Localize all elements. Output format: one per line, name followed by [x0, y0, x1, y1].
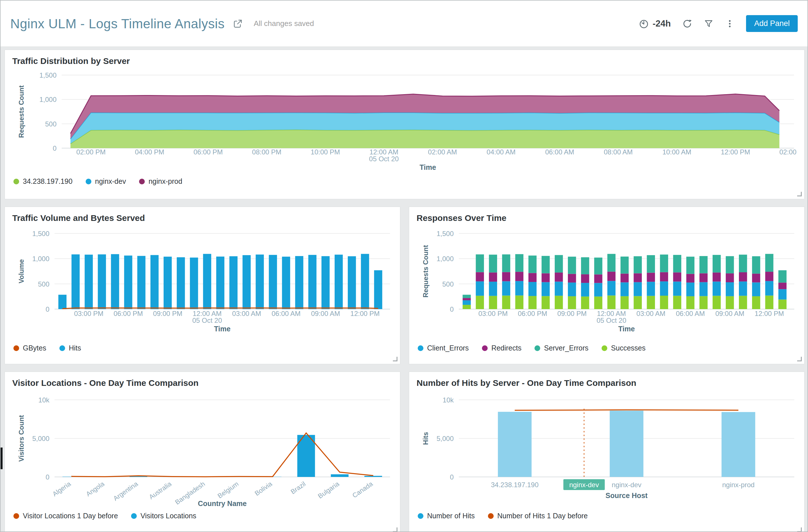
- svg-text:09:00 AM: 09:00 AM: [716, 310, 744, 317]
- legend-item[interactable]: Successes: [602, 344, 645, 352]
- svg-text:Source Host: Source Host: [606, 492, 648, 499]
- responses-over-time-chart[interactable]: 05001,0001,500Requests CountTime03:00 PM…: [416, 226, 798, 341]
- legend-label: Number of Hits: [427, 512, 475, 520]
- svg-text:12:00 AM: 12:00 AM: [597, 310, 626, 317]
- legend-dot: [482, 345, 488, 351]
- svg-text:5,000: 5,000: [32, 435, 49, 442]
- save-status: All changes saved: [254, 19, 314, 28]
- legend-label: nginx-dev: [95, 177, 126, 186]
- svg-text:03:00 AM: 03:00 AM: [232, 310, 261, 317]
- resize-handle[interactable]: [393, 528, 398, 532]
- legend-item[interactable]: nginx-dev: [86, 177, 126, 186]
- legend-item[interactable]: GBytes: [14, 344, 46, 352]
- svg-text:0: 0: [46, 305, 49, 313]
- svg-text:Time: Time: [420, 163, 436, 171]
- legend-label: Successes: [611, 344, 645, 352]
- share-icon[interactable]: [233, 19, 243, 29]
- refresh-icon[interactable]: [682, 19, 692, 29]
- svg-text:1,000: 1,000: [39, 96, 57, 103]
- dashboard-title: Nginx ULM - Logs Timeline Analysis: [10, 16, 225, 32]
- legend-dot: [59, 345, 65, 351]
- svg-text:03:00 PM: 03:00 PM: [478, 310, 508, 317]
- chart-legend: Number of HitsNumber of Hits 1 Day befor…: [418, 512, 797, 520]
- svg-text:03:00 PM: 03:00 PM: [74, 310, 103, 317]
- svg-text:Time: Time: [214, 325, 231, 333]
- legend-dot: [602, 345, 607, 351]
- svg-text:nginx-dev: nginx-dev: [611, 481, 641, 489]
- svg-text:Time: Time: [619, 325, 635, 333]
- svg-text:Country Name: Country Name: [198, 499, 247, 508]
- panel-traffic-volume: Traffic Volume and Bytes Served 05001,00…: [4, 207, 400, 364]
- legend-item[interactable]: Number of Hits 1 Day before: [488, 512, 588, 520]
- svg-text:Belgium: Belgium: [216, 480, 240, 500]
- svg-text:1,500: 1,500: [437, 230, 454, 238]
- svg-text:10:00 PM: 10:00 PM: [311, 148, 340, 156]
- legend-item[interactable]: Visitor Locations 1 Day before: [14, 512, 118, 520]
- legend-label: Hits: [69, 344, 81, 352]
- svg-text:12:00 PM: 12:00 PM: [721, 148, 750, 156]
- clock-icon: [638, 18, 649, 29]
- panel-title: Traffic Distribution by Server: [12, 56, 797, 66]
- chart-legend: 34.238.197.190nginx-devnginx-prod: [14, 177, 797, 186]
- legend-item[interactable]: Hits: [59, 344, 81, 352]
- legend-label: Visitors Locations: [141, 512, 196, 520]
- svg-text:06:00 PM: 06:00 PM: [518, 310, 547, 317]
- svg-text:06:00 AM: 06:00 AM: [272, 310, 300, 317]
- svg-text:06:00 AM: 06:00 AM: [676, 310, 705, 317]
- legend-dot: [418, 345, 423, 351]
- legend-item[interactable]: Visitors Locations: [131, 512, 196, 520]
- svg-text:06:00 PM: 06:00 PM: [114, 310, 143, 317]
- svg-text:nginx-prod: nginx-prod: [722, 481, 754, 489]
- legend-dot: [139, 179, 145, 184]
- legend-dot: [131, 513, 137, 519]
- svg-text:12:00 AM: 12:00 AM: [193, 310, 222, 317]
- legend-item[interactable]: Server_Errors: [534, 344, 588, 352]
- resize-handle[interactable]: [797, 528, 802, 532]
- svg-text:10k: 10k: [443, 396, 454, 404]
- legend-dot: [488, 513, 494, 519]
- svg-text:0: 0: [450, 305, 454, 313]
- svg-text:0: 0: [53, 145, 57, 152]
- panel-hits-by-server: Number of Hits by Server - One Day Time …: [409, 372, 805, 532]
- svg-text:09:00 PM: 09:00 PM: [153, 310, 182, 317]
- svg-text:05 Oct 20: 05 Oct 20: [596, 317, 626, 324]
- svg-text:0: 0: [46, 473, 49, 481]
- hits-by-server-chart[interactable]: 05,00010kHitsSource Hostnginx-dev34.238.…: [416, 391, 798, 509]
- chart-legend: GBytesHits: [14, 344, 393, 352]
- chart-legend: Client_ErrorsRedirectsServer_ErrorsSucce…: [418, 344, 797, 352]
- legend-label: GBytes: [23, 344, 46, 352]
- resize-handle[interactable]: [797, 192, 802, 196]
- kebab-menu-icon[interactable]: [725, 19, 735, 28]
- add-panel-button[interactable]: Add Panel: [746, 15, 798, 32]
- svg-text:Requests Count: Requests Count: [17, 86, 25, 138]
- traffic-distribution-chart[interactable]: 05001,0001,500Requests CountTime02:00 PM…: [12, 69, 798, 174]
- svg-text:Volume: Volume: [17, 259, 25, 283]
- svg-text:02:00 PM: 02:00 PM: [76, 148, 106, 156]
- resize-handle[interactable]: [393, 357, 398, 361]
- legend-item[interactable]: nginx-prod: [139, 177, 182, 186]
- svg-text:09:00 PM: 09:00 PM: [557, 310, 587, 317]
- legend-item[interactable]: Client_Errors: [418, 344, 469, 352]
- legend-item[interactable]: Number of Hits: [418, 512, 475, 520]
- dashboard-header: Nginx ULM - Logs Timeline Analysis All c…: [1, 1, 807, 47]
- filter-icon[interactable]: [704, 19, 714, 28]
- svg-text:1,500: 1,500: [32, 230, 49, 238]
- svg-text:5,000: 5,000: [437, 435, 454, 442]
- resize-handle[interactable]: [797, 357, 802, 361]
- panel-traffic-distribution: Traffic Distribution by Server 05001,000…: [4, 50, 805, 199]
- svg-text:500: 500: [442, 280, 454, 288]
- time-range-control[interactable]: -24h: [638, 18, 671, 29]
- svg-text:Requests Count: Requests Count: [422, 245, 429, 298]
- visitor-locations-chart[interactable]: 05,00010kVisitors CountCountry NameAlger…: [12, 391, 394, 509]
- svg-text:12:00 PM: 12:00 PM: [755, 310, 784, 317]
- svg-text:Hits: Hits: [422, 432, 429, 445]
- legend-item[interactable]: Redirects: [482, 344, 521, 352]
- svg-text:Bulgaria: Bulgaria: [317, 480, 341, 500]
- svg-text:06:00 PM: 06:00 PM: [194, 148, 223, 156]
- svg-text:1,000: 1,000: [437, 255, 454, 263]
- panel-title: Responses Over Time: [417, 213, 797, 223]
- legend-dot: [14, 513, 19, 519]
- legend-dot: [86, 179, 91, 184]
- traffic-volume-chart[interactable]: 05001,0001,500VolumeTime03:00 PM06:00 PM…: [12, 226, 394, 341]
- legend-item[interactable]: 34.238.197.190: [14, 177, 73, 186]
